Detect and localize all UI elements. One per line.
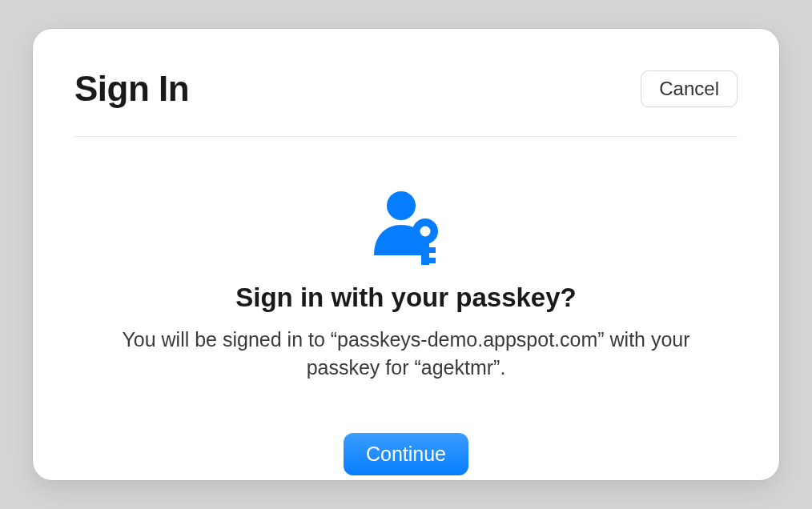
prompt-heading: Sign in with your passkey? bbox=[235, 283, 576, 313]
cancel-button[interactable]: Cancel bbox=[641, 70, 738, 107]
dialog-title: Sign In bbox=[74, 69, 189, 109]
svg-point-0 bbox=[387, 191, 416, 220]
passkey-icon bbox=[363, 182, 449, 271]
svg-point-2 bbox=[420, 226, 431, 237]
svg-rect-4 bbox=[429, 247, 436, 253]
prompt-description: You will be signed in to “passkeys-demo.… bbox=[102, 326, 710, 382]
dialog-header: Sign In Cancel bbox=[74, 69, 738, 137]
sign-in-dialog: Sign In Cancel Sign in with your passkey… bbox=[33, 29, 779, 480]
dialog-content: Sign in with your passkey? You will be s… bbox=[74, 137, 738, 475]
continue-button[interactable]: Continue bbox=[344, 433, 468, 475]
svg-rect-3 bbox=[421, 241, 429, 265]
svg-rect-5 bbox=[429, 258, 436, 263]
